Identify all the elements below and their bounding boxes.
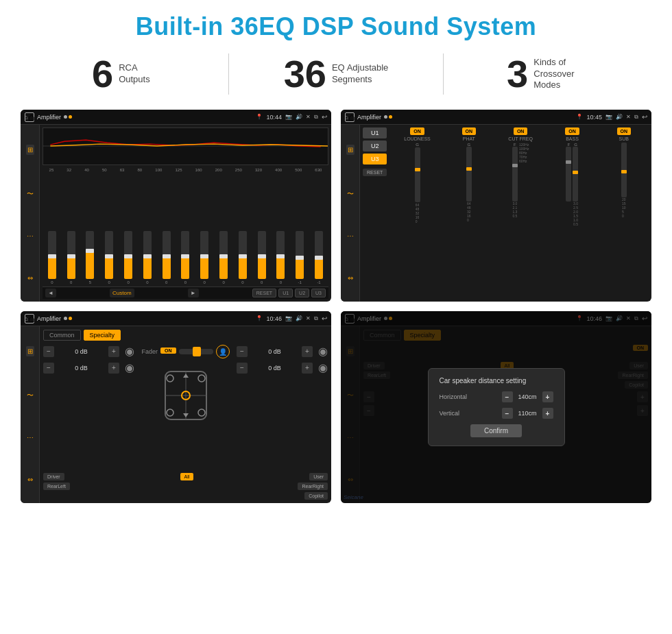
eq-filter-icon[interactable]: ⊞: [26, 145, 34, 155]
dialog-h-minus-btn[interactable]: −: [502, 391, 513, 402]
vol-minus-4[interactable]: −: [237, 363, 248, 374]
fader-filter-icon[interactable]: ⊞: [26, 346, 34, 356]
bass-thumb[interactable]: [566, 160, 571, 164]
vol-plus-1[interactable]: +: [108, 346, 119, 357]
eq-track-5[interactable]: [124, 231, 132, 279]
eq-u1-btn[interactable]: U1: [278, 289, 293, 297]
eq-wave-icon[interactable]: 〜: [27, 189, 34, 199]
crossover-back-icon[interactable]: ↩: [642, 113, 647, 121]
eq-thumb-1[interactable]: [48, 254, 56, 258]
eq-thumb-6[interactable]: [143, 254, 152, 258]
eq-thumb-8[interactable]: [181, 254, 189, 258]
user-btn[interactable]: User: [309, 473, 328, 480]
vol-plus-2[interactable]: +: [108, 363, 119, 374]
eq-thumb-11[interactable]: [239, 254, 247, 258]
eq-thumb-14[interactable]: [296, 256, 304, 260]
fader-h-thumb[interactable]: [193, 347, 201, 356]
eq-thumb-4[interactable]: [105, 254, 113, 258]
eq-track-11[interactable]: [239, 231, 247, 279]
eq-back-icon[interactable]: ↩: [322, 113, 327, 121]
vol-minus-1[interactable]: −: [43, 346, 54, 357]
fader-wave-icon[interactable]: 〜: [27, 391, 34, 400]
copilot-btn[interactable]: Copilot: [304, 492, 328, 500]
eq-track-13[interactable]: [276, 231, 285, 279]
eq-track-6[interactable]: [143, 231, 152, 279]
crossover-arrows-icon[interactable]: ⇔: [348, 274, 353, 282]
eq-thumb-10[interactable]: [219, 254, 228, 258]
eq-thumb-7[interactable]: [163, 254, 171, 258]
eq-track-15[interactable]: [315, 231, 323, 279]
fader-tab-common[interactable]: Common: [43, 330, 81, 341]
phat-thumb[interactable]: [466, 167, 472, 171]
eq-thumb-5[interactable]: [124, 254, 132, 258]
rearright-btn[interactable]: RearRight: [298, 483, 328, 490]
eq-track-1[interactable]: [48, 231, 56, 279]
eq-thumb-13[interactable]: [276, 254, 285, 258]
eq-track-3[interactable]: [86, 231, 94, 279]
dialog-v-minus-btn[interactable]: −: [502, 408, 513, 419]
fader-home-icon[interactable]: ⌂: [25, 314, 34, 324]
crossover-filter-icon[interactable]: ⊞: [346, 145, 355, 155]
eq-track-4[interactable]: [105, 231, 113, 279]
eq-reset-btn[interactable]: RESET: [252, 289, 276, 297]
eq-home-icon[interactable]: ⌂: [25, 112, 34, 122]
vol-plus-3[interactable]: +: [302, 346, 313, 357]
all-btn[interactable]: All: [180, 473, 194, 480]
crossover-wave-icon[interactable]: 〜: [347, 189, 354, 199]
dialog-confirm-btn[interactable]: Confirm: [470, 424, 522, 437]
fader-arrows-icon[interactable]: ⇔: [27, 476, 33, 483]
crossover-home-icon[interactable]: ⌂: [345, 112, 355, 122]
vol-minus-3[interactable]: −: [237, 346, 248, 357]
cutfreq-on-btn[interactable]: ON: [514, 127, 528, 135]
bass-on-btn[interactable]: ON: [565, 127, 579, 135]
crossover-more-icon[interactable]: ⋯: [347, 232, 354, 240]
fader-more-icon[interactable]: ⋯: [27, 434, 34, 441]
phat-on-btn[interactable]: ON: [462, 127, 477, 135]
rearleft-btn[interactable]: RearLeft: [43, 483, 70, 490]
fader-back-icon[interactable]: ↩: [322, 315, 327, 322]
eq-track-14[interactable]: [296, 231, 304, 279]
eq-more-icon[interactable]: ⋯: [27, 232, 34, 240]
crossover-u3-btn[interactable]: U3: [363, 154, 387, 164]
eq-thumb-3[interactable]: [86, 249, 94, 253]
dialog-v-plus-btn[interactable]: +: [542, 408, 553, 419]
cutfreq-track[interactable]: [512, 147, 518, 202]
eq-thumb-12[interactable]: [258, 254, 266, 258]
fader-h-slider[interactable]: [179, 349, 213, 354]
sub-on-btn[interactable]: ON: [617, 127, 632, 135]
eq-track-9[interactable]: [200, 231, 208, 279]
eq-thumb-15[interactable]: [315, 256, 323, 260]
eq-thumb-9[interactable]: [200, 254, 208, 258]
phat-track[interactable]: [466, 147, 472, 202]
eq-prev-btn[interactable]: ◄: [45, 289, 56, 297]
eq-next-btn[interactable]: ►: [188, 289, 199, 297]
eq-u3-btn[interactable]: U3: [311, 289, 326, 297]
bass-g-track[interactable]: [573, 147, 578, 202]
loudness-thumb[interactable]: [415, 168, 420, 171]
eq-track-2[interactable]: [67, 231, 75, 279]
eq-arrows-icon[interactable]: ⇔: [27, 274, 33, 282]
profile-icon[interactable]: 👤: [216, 345, 230, 358]
eq-track-12[interactable]: [258, 231, 266, 279]
eq-track-8[interactable]: [181, 231, 189, 279]
crossover-u1-btn[interactable]: U1: [363, 127, 387, 138]
dialog-h-plus-btn[interactable]: +: [542, 391, 553, 402]
vol-minus-2[interactable]: −: [43, 363, 54, 374]
sub-thumb[interactable]: [621, 170, 627, 173]
eq-u2-btn[interactable]: U2: [295, 289, 309, 297]
crossover-u2-btn[interactable]: U2: [363, 141, 387, 151]
fader-on-btn[interactable]: ON: [160, 348, 176, 354]
loudness-on-btn[interactable]: ON: [410, 127, 424, 135]
crossover-reset-btn[interactable]: RESET: [363, 169, 387, 176]
eq-thumb-2[interactable]: [67, 254, 75, 258]
cutfreq-thumb[interactable]: [512, 164, 518, 167]
sub-track[interactable]: [621, 143, 627, 197]
loudness-track[interactable]: [415, 147, 420, 202]
vol-plus-4[interactable]: +: [302, 363, 313, 374]
eq-track-7[interactable]: [163, 231, 171, 279]
bass-track[interactable]: [566, 147, 571, 202]
driver-btn[interactable]: Driver: [43, 473, 64, 480]
eq-track-10[interactable]: [219, 231, 228, 279]
bass-g-thumb[interactable]: [573, 171, 578, 174]
fader-tab-specialty[interactable]: Specialty: [84, 330, 121, 341]
